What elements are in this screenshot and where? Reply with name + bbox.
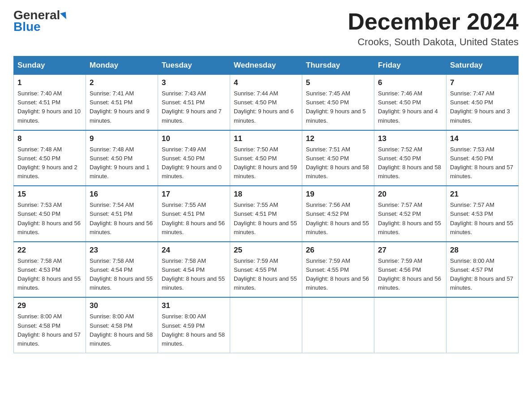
title-area: December 2024 Crooks, South Dakota, Unit… — [348, 9, 519, 48]
day-info: Sunrise: 7:56 AMSunset: 4:52 PMDaylight:… — [306, 201, 369, 235]
day-number: 28 — [450, 246, 515, 255]
calendar-cell-w2-d7: 14 Sunrise: 7:53 AMSunset: 4:50 PMDaylig… — [446, 130, 519, 186]
day-info: Sunrise: 7:59 AMSunset: 4:56 PMDaylight:… — [378, 257, 441, 291]
day-info: Sunrise: 7:48 AMSunset: 4:50 PMDaylight:… — [90, 146, 150, 180]
day-info: Sunrise: 7:41 AMSunset: 4:51 PMDaylight:… — [90, 90, 150, 124]
calendar-week-4: 22 Sunrise: 7:58 AMSunset: 4:53 PMDaylig… — [14, 242, 519, 298]
calendar-cell-w1-d7: 7 Sunrise: 7:47 AMSunset: 4:50 PMDayligh… — [446, 75, 519, 130]
day-number: 4 — [234, 78, 298, 87]
calendar-table: Sunday Monday Tuesday Wednesday Thursday… — [13, 56, 519, 353]
calendar-cell-w3-d5: 19 Sunrise: 7:56 AMSunset: 4:52 PMDaylig… — [302, 186, 374, 242]
logo-arrow-icon — [60, 12, 68, 21]
calendar-cell-w1-d2: 2 Sunrise: 7:41 AMSunset: 4:51 PMDayligh… — [86, 75, 158, 130]
calendar-week-5: 29 Sunrise: 8:00 AMSunset: 4:58 PMDaylig… — [14, 297, 519, 353]
day-info: Sunrise: 7:57 AMSunset: 4:53 PMDaylight:… — [450, 201, 513, 235]
day-info: Sunrise: 7:59 AMSunset: 4:55 PMDaylight:… — [234, 257, 297, 291]
day-info: Sunrise: 7:52 AMSunset: 4:50 PMDaylight:… — [378, 146, 441, 180]
calendar-cell-w1-d4: 4 Sunrise: 7:44 AMSunset: 4:50 PMDayligh… — [230, 75, 302, 130]
calendar-cell-w4-d6: 27 Sunrise: 7:59 AMSunset: 4:56 PMDaylig… — [374, 242, 446, 298]
day-info: Sunrise: 7:55 AMSunset: 4:51 PMDaylight:… — [162, 201, 225, 235]
day-info: Sunrise: 7:53 AMSunset: 4:50 PMDaylight:… — [450, 146, 513, 180]
calendar-cell-w4-d7: 28 Sunrise: 8:00 AMSunset: 4:57 PMDaylig… — [446, 242, 519, 298]
logo-blue-word: Blue — [13, 21, 67, 33]
calendar-cell-w1-d3: 3 Sunrise: 7:43 AMSunset: 4:51 PMDayligh… — [158, 75, 230, 130]
calendar-cell-w2-d4: 11 Sunrise: 7:50 AMSunset: 4:50 PMDaylig… — [230, 130, 302, 186]
calendar-cell-w3-d6: 20 Sunrise: 7:57 AMSunset: 4:52 PMDaylig… — [374, 186, 446, 242]
day-number: 1 — [17, 78, 82, 87]
day-number: 27 — [378, 246, 442, 255]
day-number: 26 — [306, 246, 370, 255]
calendar-cell-w1-d1: 1 Sunrise: 7:40 AMSunset: 4:51 PMDayligh… — [14, 75, 86, 130]
day-number: 10 — [162, 134, 226, 143]
calendar-cell-w3-d3: 17 Sunrise: 7:55 AMSunset: 4:51 PMDaylig… — [158, 186, 230, 242]
day-number: 29 — [17, 301, 82, 310]
col-wednesday: Wednesday — [230, 56, 302, 75]
day-number: 23 — [90, 246, 154, 255]
day-info: Sunrise: 7:59 AMSunset: 4:55 PMDaylight:… — [306, 257, 369, 291]
day-number: 25 — [234, 246, 298, 255]
day-info: Sunrise: 7:48 AMSunset: 4:50 PMDaylight:… — [17, 146, 77, 180]
day-number: 22 — [17, 246, 82, 255]
calendar-cell-w5-d5 — [302, 297, 374, 353]
header: General Blue December 2024 Crooks, South… — [13, 9, 519, 48]
col-saturday: Saturday — [446, 56, 519, 75]
col-monday: Monday — [86, 56, 158, 75]
calendar-header-row: Sunday Monday Tuesday Wednesday Thursday… — [14, 56, 519, 75]
calendar-cell-w1-d6: 6 Sunrise: 7:46 AMSunset: 4:50 PMDayligh… — [374, 75, 446, 130]
calendar-week-1: 1 Sunrise: 7:40 AMSunset: 4:51 PMDayligh… — [14, 75, 519, 130]
calendar-cell-w4-d3: 24 Sunrise: 7:58 AMSunset: 4:54 PMDaylig… — [158, 242, 230, 298]
day-info: Sunrise: 7:40 AMSunset: 4:51 PMDaylight:… — [17, 90, 81, 124]
col-tuesday: Tuesday — [158, 56, 230, 75]
col-sunday: Sunday — [14, 56, 86, 75]
day-number: 8 — [17, 134, 82, 143]
day-number: 12 — [306, 134, 370, 143]
day-info: Sunrise: 7:43 AMSunset: 4:51 PMDaylight:… — [162, 90, 222, 124]
col-thursday: Thursday — [302, 56, 374, 75]
day-info: Sunrise: 7:51 AMSunset: 4:50 PMDaylight:… — [306, 146, 369, 180]
day-number: 7 — [450, 78, 515, 87]
calendar-cell-w2-d1: 8 Sunrise: 7:48 AMSunset: 4:50 PMDayligh… — [14, 130, 86, 186]
day-number: 20 — [378, 190, 442, 199]
calendar-cell-w2-d2: 9 Sunrise: 7:48 AMSunset: 4:50 PMDayligh… — [86, 130, 158, 186]
day-info: Sunrise: 7:53 AMSunset: 4:50 PMDaylight:… — [17, 201, 81, 235]
calendar-cell-w2-d3: 10 Sunrise: 7:49 AMSunset: 4:50 PMDaylig… — [158, 130, 230, 186]
calendar-cell-w3-d7: 21 Sunrise: 7:57 AMSunset: 4:53 PMDaylig… — [446, 186, 519, 242]
calendar-cell-w4-d5: 26 Sunrise: 7:59 AMSunset: 4:55 PMDaylig… — [302, 242, 374, 298]
day-info: Sunrise: 7:46 AMSunset: 4:50 PMDaylight:… — [378, 90, 438, 124]
day-info: Sunrise: 7:44 AMSunset: 4:50 PMDaylight:… — [234, 90, 294, 124]
calendar-week-2: 8 Sunrise: 7:48 AMSunset: 4:50 PMDayligh… — [14, 130, 519, 186]
calendar-cell-w5-d2: 30 Sunrise: 8:00 AMSunset: 4:58 PMDaylig… — [86, 297, 158, 353]
day-info: Sunrise: 7:58 AMSunset: 4:54 PMDaylight:… — [162, 257, 225, 291]
day-number: 31 — [162, 301, 226, 310]
day-info: Sunrise: 7:49 AMSunset: 4:50 PMDaylight:… — [162, 146, 222, 180]
calendar-cell-w2-d6: 13 Sunrise: 7:52 AMSunset: 4:50 PMDaylig… — [374, 130, 446, 186]
calendar-week-3: 15 Sunrise: 7:53 AMSunset: 4:50 PMDaylig… — [14, 186, 519, 242]
calendar-cell-w4-d4: 25 Sunrise: 7:59 AMSunset: 4:55 PMDaylig… — [230, 242, 302, 298]
calendar-cell-w5-d3: 31 Sunrise: 8:00 AMSunset: 4:59 PMDaylig… — [158, 297, 230, 353]
calendar-cell-w5-d1: 29 Sunrise: 8:00 AMSunset: 4:58 PMDaylig… — [14, 297, 86, 353]
day-number: 17 — [162, 190, 226, 199]
day-info: Sunrise: 8:00 AMSunset: 4:58 PMDaylight:… — [17, 313, 81, 347]
calendar-cell-w4-d1: 22 Sunrise: 7:58 AMSunset: 4:53 PMDaylig… — [14, 242, 86, 298]
day-number: 2 — [90, 78, 154, 87]
day-info: Sunrise: 7:58 AMSunset: 4:53 PMDaylight:… — [17, 257, 81, 291]
calendar-cell-w5-d4 — [230, 297, 302, 353]
page-title: December 2024 — [348, 9, 519, 34]
day-info: Sunrise: 7:58 AMSunset: 4:54 PMDaylight:… — [90, 257, 153, 291]
day-info: Sunrise: 7:45 AMSunset: 4:50 PMDaylight:… — [306, 90, 366, 124]
day-info: Sunrise: 7:54 AMSunset: 4:51 PMDaylight:… — [90, 201, 153, 235]
calendar-cell-w1-d5: 5 Sunrise: 7:45 AMSunset: 4:50 PMDayligh… — [302, 75, 374, 130]
day-info: Sunrise: 7:55 AMSunset: 4:51 PMDaylight:… — [234, 201, 297, 235]
day-info: Sunrise: 7:50 AMSunset: 4:50 PMDaylight:… — [234, 146, 297, 180]
calendar-cell-w3-d2: 16 Sunrise: 7:54 AMSunset: 4:51 PMDaylig… — [86, 186, 158, 242]
calendar-cell-w5-d7 — [446, 297, 519, 353]
calendar-cell-w3-d4: 18 Sunrise: 7:55 AMSunset: 4:51 PMDaylig… — [230, 186, 302, 242]
day-number: 30 — [90, 301, 154, 310]
calendar-cell-w5-d6 — [374, 297, 446, 353]
day-number: 14 — [450, 134, 515, 143]
calendar-cell-w4-d2: 23 Sunrise: 7:58 AMSunset: 4:54 PMDaylig… — [86, 242, 158, 298]
calendar-cell-w3-d1: 15 Sunrise: 7:53 AMSunset: 4:50 PMDaylig… — [14, 186, 86, 242]
day-number: 5 — [306, 78, 370, 87]
day-number: 9 — [90, 134, 154, 143]
day-number: 21 — [450, 190, 515, 199]
